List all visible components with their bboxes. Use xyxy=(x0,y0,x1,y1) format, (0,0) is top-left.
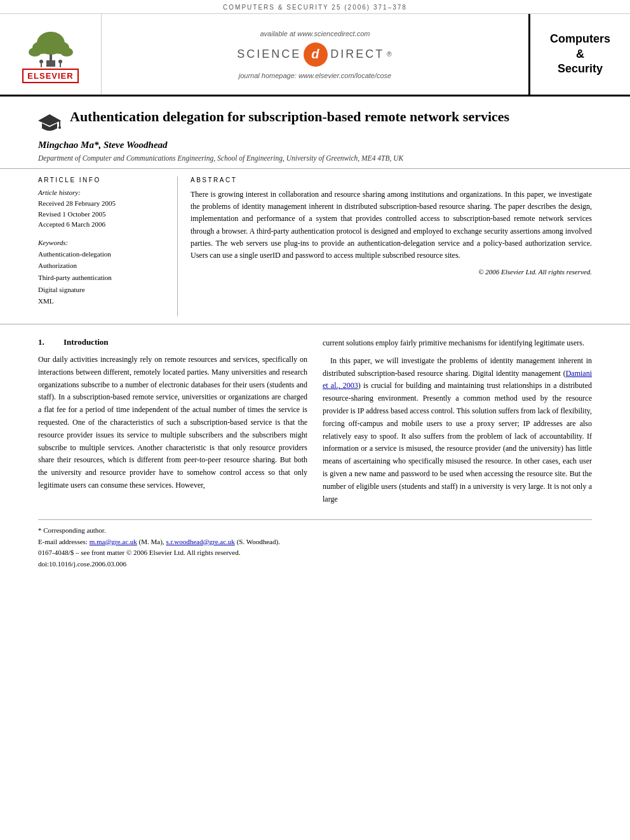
svg-point-7 xyxy=(39,60,43,63)
email-line: E-mail addresses: m.ma@gre.ac.uk (M. Ma)… xyxy=(38,537,592,548)
article-info-col: ARTICLE INFO Article history: Received 2… xyxy=(38,177,178,316)
elsevier-logo-block: ELSEVIER xyxy=(0,14,102,95)
keywords-label: Keywords: xyxy=(38,239,167,246)
svg-point-9 xyxy=(58,60,62,63)
journal-title: Computers&Security xyxy=(550,32,610,76)
received-date: Received 28 February 2005 xyxy=(38,198,167,209)
keyword-1: Authentication-delegation xyxy=(38,248,167,260)
paper-body: 1. Introduction Our daily activities inc… xyxy=(0,324,630,583)
authors: Mingchao Ma*, Steve Woodhead xyxy=(38,140,592,150)
doi-line: doi:10.1016/j.cose.2006.03.006 xyxy=(38,559,592,570)
svg-rect-12 xyxy=(59,121,60,127)
graduation-hat-icon xyxy=(38,110,61,133)
direct-text: DIRECT xyxy=(330,48,384,61)
corresponding-author-note: * Corresponding author. xyxy=(38,525,592,537)
svg-rect-0 xyxy=(46,60,55,67)
journal-top-bar: COMPUTERS & SECURITY 25 (2006) 371–378 xyxy=(0,0,630,14)
svg-point-5 xyxy=(29,48,41,57)
section1-title: Introduction xyxy=(64,337,109,347)
article-history: Article history: Received 28 February 20… xyxy=(38,189,167,230)
paper-title: Authentication delegation for subscripti… xyxy=(70,108,509,126)
journal-name-block: Computers&Security xyxy=(528,14,630,95)
accepted-date: Accepted 6 March 2006 xyxy=(38,219,167,230)
svg-marker-11 xyxy=(38,114,61,126)
body-right-col: current solutions employ fairly primitiv… xyxy=(323,337,592,510)
elsevier-wordmark: ELSEVIER xyxy=(22,69,78,83)
email-woodhead[interactable]: s.r.woodhead@gre.ac.uk xyxy=(166,538,235,545)
body-two-col: 1. Introduction Our daily activities inc… xyxy=(38,337,592,510)
section1-heading: 1. Introduction xyxy=(38,337,307,347)
revised-date: Revised 1 October 2005 xyxy=(38,209,167,220)
abstract-label: ABSTRACT xyxy=(191,177,592,183)
affiliation: Department of Computer and Communication… xyxy=(38,154,592,162)
body-para-right-2: In this paper, we will investigate the p… xyxy=(323,355,592,506)
body-para-right-1: current solutions employ fairly primitiv… xyxy=(323,337,592,350)
email-m-ma[interactable]: m.ma@gre.ac.uk xyxy=(90,538,137,545)
homepage-text: journal homepage: www.elsevier.com/locat… xyxy=(239,72,392,79)
sd-circle-icon: d xyxy=(304,43,328,67)
footnote-area: * Corresponding author. E-mail addresses… xyxy=(38,519,592,570)
body-left-col: 1. Introduction Our daily activities inc… xyxy=(38,337,307,510)
issn-line: 0167-4048/$ – see front matter © 2006 El… xyxy=(38,547,592,559)
keyword-4: Digital signature xyxy=(38,284,167,296)
history-label: Article history: xyxy=(38,189,167,196)
abstract-col: ABSTRACT There is growing interest in co… xyxy=(191,177,592,316)
science-text: SCIENCE xyxy=(237,48,301,61)
svg-point-13 xyxy=(58,126,61,129)
journal-header: ELSEVIER available at www.sciencedirect.… xyxy=(0,14,630,97)
keywords-group: Keywords: Authentication-delegation Auth… xyxy=(38,239,167,307)
keyword-3: Third-party authentication xyxy=(38,272,167,284)
elsevier-tree-icon xyxy=(22,25,79,69)
available-at-text: available at www.sciencedirect.com xyxy=(260,30,370,37)
ref-damiani[interactable]: Damiani et al., 2003 xyxy=(323,369,592,390)
article-info-abstract: ARTICLE INFO Article history: Received 2… xyxy=(0,169,630,324)
section1-number: 1. xyxy=(38,337,51,347)
paper-header: Authentication delegation for subscripti… xyxy=(0,97,630,169)
journal-center-branding: available at www.sciencedirect.com SCIEN… xyxy=(102,14,528,95)
sciencedirect-logo: SCIENCE d DIRECT ® xyxy=(237,43,392,67)
copyright-text: © 2006 Elsevier Ltd. All rights reserved… xyxy=(191,268,592,276)
svg-point-6 xyxy=(60,48,73,57)
body-para-1: Our daily activities increasingly rely o… xyxy=(38,354,307,492)
keyword-5: XML xyxy=(38,295,167,307)
registered-icon: ® xyxy=(387,51,392,58)
keyword-2: Authorization xyxy=(38,260,167,272)
article-info-label: ARTICLE INFO xyxy=(38,177,167,183)
abstract-text: There is growing interest in collaborati… xyxy=(191,189,592,262)
paper-title-row: Authentication delegation for subscripti… xyxy=(38,108,592,133)
